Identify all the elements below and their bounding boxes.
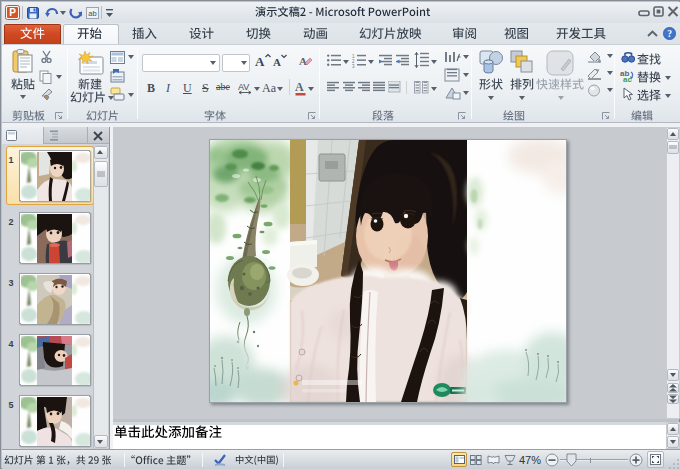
svg-text:5: 5 xyxy=(8,400,13,410)
svg-text:4: 4 xyxy=(8,339,13,349)
svg-text:A: A xyxy=(299,55,307,67)
svg-text:A: A xyxy=(273,56,281,68)
svg-text:P: P xyxy=(9,7,16,18)
svg-text:ab: ab xyxy=(88,9,96,18)
svg-text:2: 2 xyxy=(8,217,13,227)
svg-text:AV: AV xyxy=(238,82,249,92)
svg-text:3: 3 xyxy=(8,278,13,288)
svg-text:?: ? xyxy=(667,29,672,39)
svg-text:A: A xyxy=(255,54,265,69)
svg-text:3: 3 xyxy=(352,64,355,69)
svg-text:A: A xyxy=(295,80,304,94)
svg-text:1: 1 xyxy=(8,155,13,165)
